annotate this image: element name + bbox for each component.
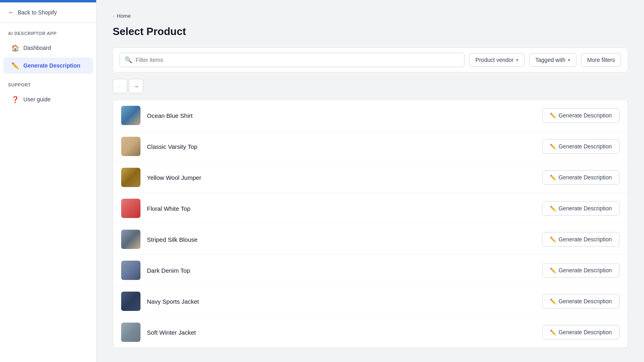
generate-description-button[interactable]: ✏️ Generate Description	[542, 170, 619, 185]
pencil-icon: ✏️	[550, 175, 556, 181]
table-row: Classic Varsity Top ✏️ Generate Descript…	[113, 131, 627, 162]
generate-description-button[interactable]: ✏️ Generate Description	[542, 139, 619, 154]
product-name: Navy Sports Jacket	[147, 298, 536, 305]
product-name: Dark Denim Top	[147, 267, 536, 274]
filter-bar: 🔍 Product vendor ▾ Tagged with ▾ More fi…	[113, 47, 628, 72]
generate-description-button[interactable]: ✏️ Generate Description	[542, 201, 619, 216]
table-row: Floral White Top ✏️ Generate Description	[113, 193, 627, 224]
search-input[interactable]	[136, 57, 459, 63]
pagination-next-button[interactable]: →	[129, 79, 143, 93]
pencil-icon: ✏️	[550, 267, 556, 274]
generate-description-button[interactable]: ✏️ Generate Description	[542, 263, 619, 278]
pagination-prev-button[interactable]: ←	[113, 79, 127, 93]
sidebar-item-user-guide[interactable]: ❓ User guide	[3, 91, 93, 107]
product-name: Ocean Blue Shirt	[147, 112, 536, 119]
generate-btn-label: Generate Description	[559, 174, 612, 181]
pencil-icon: ✏️	[550, 329, 556, 335]
table-row: Yellow Wool Jumper ✏️ Generate Descripti…	[113, 162, 627, 193]
ai-section-label: AI DESCRIPTOR APP	[0, 23, 96, 39]
more-filters-label: More filters	[587, 57, 615, 63]
generate-description-button[interactable]: ✏️ Generate Description	[542, 325, 619, 339]
generate-btn-label: Generate Description	[559, 298, 612, 304]
tagged-with-label: Tagged with	[535, 57, 566, 63]
sidebar-item-dashboard[interactable]: 🏠 Dashboard	[3, 40, 93, 56]
tagged-with-chevron-icon: ▾	[568, 58, 570, 63]
pencil-icon: ✏️	[550, 237, 556, 243]
product-thumbnail	[121, 168, 140, 187]
pagination-nav: ← →	[113, 79, 628, 93]
generate-btn-label: Generate Description	[559, 112, 612, 119]
main-content: ‹ Home Select Product 🔍 Product vendor ▾…	[97, 0, 644, 362]
product-vendor-chevron-icon: ▾	[516, 58, 518, 63]
generate-btn-label: Generate Description	[559, 267, 612, 274]
pencil-icon: ✏️	[550, 206, 556, 212]
generate-description-button[interactable]: ✏️ Generate Description	[542, 232, 619, 247]
pencil-icon: ✏️	[550, 298, 556, 304]
product-thumbnail	[121, 323, 140, 342]
generate-btn-label: Generate Description	[559, 236, 612, 243]
breadcrumb-chevron-icon: ‹	[113, 13, 114, 19]
product-name: Floral White Top	[147, 205, 536, 212]
search-icon: 🔍	[125, 56, 132, 64]
product-thumbnail	[121, 230, 140, 249]
product-thumbnail	[121, 137, 140, 156]
table-row: Navy Sports Jacket ✏️ Generate Descripti…	[113, 286, 627, 317]
product-name: Yellow Wool Jumper	[147, 174, 536, 181]
table-row: Ocean Blue Shirt ✏️ Generate Description	[113, 100, 627, 131]
product-name: Striped Silk Blouse	[147, 236, 536, 243]
back-to-shopify-label: Back to Shopify	[18, 9, 57, 16]
product-vendor-label: Product vendor	[475, 57, 514, 63]
table-row: Soft Winter Jacket ✏️ Generate Descripti…	[113, 317, 627, 348]
search-wrapper: 🔍	[120, 53, 464, 67]
support-section-label: SUPPORT	[0, 74, 96, 90]
product-thumbnail	[121, 199, 140, 218]
product-thumbnail	[121, 261, 140, 280]
table-row: Dark Denim Top ✏️ Generate Description	[113, 255, 627, 286]
pencil-icon: ✏️	[550, 144, 556, 150]
dashboard-label: Dashboard	[23, 45, 51, 51]
pencil-icon: ✏️	[550, 113, 556, 119]
sidebar-item-generate-description[interactable]: ✏️ Generate Description	[3, 58, 93, 74]
generate-description-label: Generate Description	[23, 62, 80, 69]
product-thumbnail	[121, 292, 140, 311]
product-name: Soft Winter Jacket	[147, 329, 536, 336]
breadcrumb-home-link[interactable]: Home	[117, 13, 131, 19]
back-arrow-icon: ←	[8, 9, 14, 16]
product-name: Classic Varsity Top	[147, 143, 536, 150]
table-row: Striped Silk Blouse ✏️ Generate Descript…	[113, 224, 627, 255]
page-title: Select Product	[113, 25, 628, 38]
generate-description-button[interactable]: ✏️ Generate Description	[542, 294, 619, 309]
generate-btn-label: Generate Description	[559, 329, 612, 335]
back-to-shopify-button[interactable]: ← Back to Shopify	[0, 2, 96, 23]
product-list: Ocean Blue Shirt ✏️ Generate Description…	[113, 100, 628, 348]
dashboard-icon: 🏠	[11, 44, 19, 52]
product-thumbnail	[121, 106, 140, 125]
user-guide-icon: ❓	[11, 95, 19, 103]
generate-btn-label: Generate Description	[559, 143, 612, 150]
product-vendor-filter[interactable]: Product vendor ▾	[469, 53, 524, 67]
generate-description-button[interactable]: ✏️ Generate Description	[542, 108, 619, 123]
generate-description-icon: ✏️	[11, 62, 19, 70]
more-filters-button[interactable]: More filters	[581, 53, 621, 67]
sidebar: ← Back to Shopify AI DESCRIPTOR APP 🏠 Da…	[0, 0, 97, 362]
breadcrumb: ‹ Home	[113, 13, 628, 19]
user-guide-label: User guide	[23, 96, 51, 103]
generate-btn-label: Generate Description	[559, 205, 612, 212]
tagged-with-filter[interactable]: Tagged with ▾	[529, 53, 576, 67]
